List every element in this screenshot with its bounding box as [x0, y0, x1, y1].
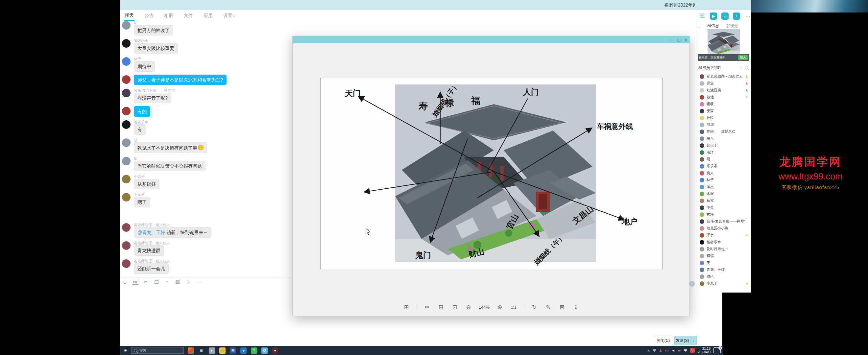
member-row[interactable]: 明: [695, 156, 752, 163]
notify-button[interactable]: ⚐: [184, 279, 192, 285]
mail-app-icon[interactable]: M: [230, 348, 236, 354]
browser-ball-icon[interactable]: [188, 348, 194, 354]
member-row[interactable]: 甜甜: [695, 121, 752, 128]
member-row[interactable]: 秋实: [695, 197, 752, 204]
collapse-icon[interactable]: ︿: [697, 25, 700, 29]
start-button[interactable]: ⊞: [120, 348, 131, 353]
tab-文件[interactable]: 文件: [183, 12, 194, 21]
member-row[interactable]: 泽宇★: [695, 232, 752, 239]
message-list: 胡把男方的姓改了智者乐水大量实践比较重要林子期待中师父，看子孙是不是以东北方和名…: [120, 21, 293, 277]
member-row[interactable]: 琪琪: [695, 253, 752, 259]
qq-tray-icon[interactable]: ♟: [659, 348, 662, 353]
screen-share-button[interactable]: ⊞: [721, 12, 728, 20]
recorder-icon[interactable]: ●: [272, 348, 278, 354]
maximize-icon[interactable]: ▢: [677, 37, 680, 42]
edit-button[interactable]: ✎: [545, 304, 552, 311]
gif-button[interactable]: GIF: [132, 280, 139, 285]
sogou-icon[interactable]: S: [690, 348, 695, 353]
member-row[interactable]: 妙偌子: [695, 142, 752, 149]
send-dropdown[interactable]: ∨: [690, 336, 696, 345]
video-call-button[interactable]: ▶: [710, 12, 717, 20]
taskbar-search[interactable]: 搜索: [131, 347, 184, 354]
tab-相册[interactable]: 相册: [163, 12, 174, 21]
member-row[interactable]: 戊己: [695, 273, 752, 280]
member-row[interactable]: 神悦: [695, 115, 752, 121]
sender-name: 胡: [134, 156, 293, 161]
file-button[interactable]: ▤: [153, 279, 160, 285]
microphone-icon[interactable]: Ψ: [653, 348, 656, 352]
member-row[interactable]: 海洋: [695, 149, 752, 156]
minimize-icon[interactable]: ─: [671, 37, 673, 42]
member-row[interactable]: 红烧豆腐♟: [695, 87, 752, 94]
tab-公告[interactable]: 公告: [144, 12, 154, 21]
tray-expand-icon[interactable]: ∧: [647, 348, 650, 353]
wechat-icon[interactable]: ❝: [251, 348, 257, 354]
ime-icon[interactable]: 中: [684, 348, 687, 353]
member-row[interactable]: 音伟·复合音服——神琴华: [695, 218, 752, 225]
actual-size-button[interactable]: 1:1: [510, 305, 517, 310]
member-row[interactable]: 师父♟: [695, 80, 752, 87]
volume-icon[interactable]: ◄: [671, 348, 675, 352]
member-row[interactable]: 安森: [695, 107, 752, 115]
taskbar-clock[interactable]: 21:18 2023/4/9: [698, 347, 711, 354]
extract-text-button[interactable]: ✂: [424, 304, 431, 311]
join-button[interactable]: 加入: [738, 55, 748, 60]
voice-call-button[interactable]: ☏: [699, 12, 706, 20]
member-row[interactable]: 林子: [695, 176, 752, 184]
more-tools-button[interactable]: ⋯: [195, 279, 202, 285]
gallery-button[interactable]: ⊞: [403, 304, 410, 311]
close-button[interactable]: 关闭(C): [654, 336, 672, 345]
display-icon[interactable]: ▭: [665, 348, 669, 353]
qq-icon[interactable]: Q: [261, 348, 268, 354]
media-app-icon[interactable]: ▸: [209, 348, 215, 354]
member-row[interactable]: 春雨——虎易尽仁: [695, 128, 752, 135]
edge-browser-icon[interactable]: e: [240, 348, 247, 354]
member-row[interactable]: 崔老师助理－烟火佳人♟: [695, 73, 752, 80]
member-row[interactable]: 乐乐家: [695, 163, 752, 170]
crop-button[interactable]: ⊠: [558, 304, 565, 311]
create-button[interactable]: +: [733, 12, 740, 20]
member-row[interactable]: 小凤子★: [695, 280, 752, 287]
app-titlebar[interactable]: 崔老师2022年风水课程: [120, 0, 722, 10]
rotate-button[interactable]: ↻: [531, 304, 538, 311]
member-row[interactable]: 东岳: [695, 135, 752, 142]
close-icon[interactable]: ✕: [685, 37, 687, 42]
member-row[interactable]: 及时行乐也 ☝: [695, 246, 752, 253]
add-member-icon[interactable]: +: [740, 66, 742, 70]
save-button[interactable]: ↧: [572, 304, 579, 311]
search-member-icon[interactable]: [745, 66, 748, 70]
member-row[interactable]: 圣杰: [695, 184, 752, 190]
recognize-image-button[interactable]: ⊟: [437, 304, 444, 311]
zoom-out-button[interactable]: ⊖: [465, 304, 472, 311]
emoji-button[interactable]: ☺: [121, 279, 129, 285]
voice-button[interactable]: ∩: [163, 279, 170, 285]
member-row[interactable]: 玄净: [695, 211, 752, 218]
member-row[interactable]: 暖暖: [695, 101, 752, 107]
member-row[interactable]: 良人: [695, 170, 752, 176]
mention-text[interactable]: @青龙、王婷: [137, 230, 165, 235]
folder-icon[interactable]: ▭: [219, 348, 225, 354]
member-row[interactable]: 木樨: [695, 190, 752, 197]
tab-设置[interactable]: 设置∨: [223, 12, 236, 21]
member-row[interactable]: 申金: [695, 204, 752, 211]
live-video-thumbnail[interactable]: [708, 29, 740, 55]
history-button[interactable]: ⏱: [689, 281, 695, 287]
task-view-icon[interactable]: ⊞: [198, 348, 205, 354]
link-icon[interactable]: ∞: [678, 348, 681, 352]
member-row[interactable]: 智者乐水: [695, 239, 752, 246]
viewer-titlebar[interactable]: ─▢✕: [292, 36, 689, 43]
send-button[interactable]: 发送(S) ∨: [674, 336, 697, 345]
zoom-in-button[interactable]: ⊕: [496, 304, 503, 311]
member-row[interactable]: 暮驰✎: [695, 94, 752, 101]
tab-聊天[interactable]: 聊天: [124, 12, 134, 21]
member-row[interactable]: 幼儿园小小班: [695, 225, 752, 232]
tab-应用[interactable]: 应用: [203, 12, 213, 21]
image-button[interactable]: ▦: [174, 279, 181, 285]
notification-icon[interactable]: 1: [713, 348, 721, 353]
member-row[interactable]: 青龙、王婷: [695, 266, 752, 273]
member-avatar: [700, 88, 704, 93]
fit-window-button[interactable]: ⊡: [451, 304, 458, 311]
screenshot-button[interactable]: ✂: [143, 279, 150, 285]
more-button[interactable]: ⋯: [744, 12, 752, 20]
member-row[interactable]: 美: [695, 259, 752, 266]
